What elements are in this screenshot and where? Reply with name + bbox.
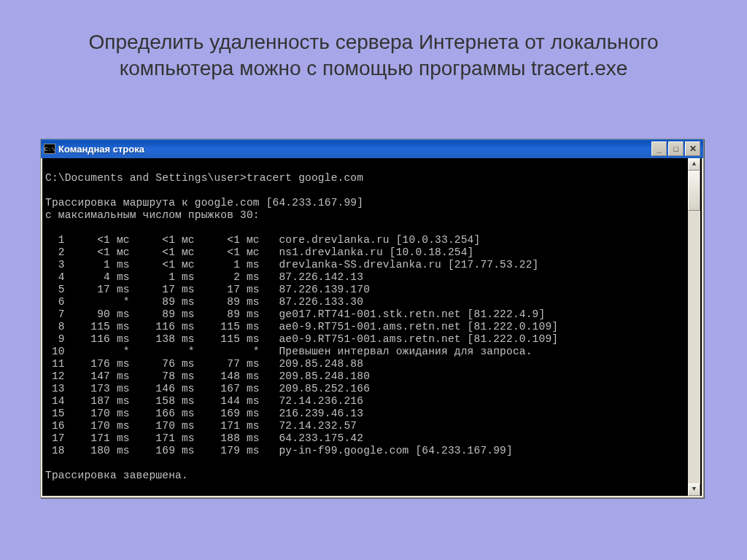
hop-row: 12 147 ms 78 ms 148 ms 209.85.248.180: [45, 370, 688, 383]
scroll-up-button[interactable]: ▲: [688, 158, 700, 171]
trace-header-2: с максимальным числом прыжков 30:: [45, 209, 260, 221]
vertical-scrollbar[interactable]: ▲ ▼: [688, 158, 700, 496]
console-output[interactable]: C:\Documents and Settings\user>tracert g…: [45, 160, 688, 494]
trace-footer: Трассировка завершена.: [45, 470, 188, 481]
hop-row: 8 115 ms 116 ms 115 ms ae0-9.RT751-001.a…: [45, 321, 688, 333]
prompt-line: C:\Documents and Settings\user>tracert g…: [45, 172, 363, 184]
titlebar[interactable]: C:\ Командная строка _ □ ✕: [41, 139, 703, 158]
close-button[interactable]: ✕: [685, 141, 700, 156]
hop-row: 9 116 ms 138 ms 115 ms ae0-9.RT751-001.a…: [45, 333, 688, 346]
minimize-button[interactable]: _: [651, 141, 667, 156]
command-prompt-window: C:\ Командная строка _ □ ✕ C:\Documents …: [40, 139, 704, 498]
hop-row: 15 170 ms 166 ms 169 ms 216.239.46.13: [45, 408, 688, 420]
hop-row: 7 90 ms 89 ms 89 ms ge017.RT741-001.stk.…: [45, 308, 688, 321]
console-area: C:\Documents and Settings\user>tracert g…: [41, 158, 703, 497]
hop-row: 3 1 ms <1 мс 1 ms drevlanka-SS.drevlanka…: [45, 259, 688, 271]
hop-row: 18 180 ms 169 ms 179 ms py-in-f99.google…: [45, 445, 688, 457]
hop-row: 1 <1 мс <1 мс <1 мс core.drevlanka.ru [1…: [45, 234, 688, 246]
window-title: Командная строка: [58, 144, 650, 155]
scroll-thumb[interactable]: [688, 171, 700, 211]
hop-row: 6 * 89 ms 89 ms 87.226.133.30: [45, 296, 688, 308]
scroll-track[interactable]: [688, 171, 700, 483]
hop-row: 17 171 ms 171 ms 188 ms 64.233.175.42: [45, 432, 688, 445]
maximize-button[interactable]: □: [668, 141, 684, 156]
hop-row: 5 17 ms 17 ms 17 ms 87.226.139.170: [45, 284, 688, 296]
scroll-down-button[interactable]: ▼: [688, 483, 700, 496]
hop-row: 11 176 ms 76 ms 77 ms 209.85.248.88: [45, 358, 688, 370]
hop-row: 10 * * * Превышен интервал ожидания для …: [45, 346, 688, 358]
trace-header-1: Трассировка маршрута к google.com [64.23…: [45, 197, 363, 209]
cmd-icon: C:\: [44, 144, 55, 154]
hop-row: 16 170 ms 170 ms 171 ms 72.14.232.57: [45, 420, 688, 432]
hop-row: 13 173 ms 146 ms 167 ms 209.85.252.166: [45, 383, 688, 395]
hop-row: 14 187 ms 158 ms 144 ms 72.14.236.216: [45, 395, 688, 408]
slide-title: Определить удаленность сервера Интернета…: [0, 0, 747, 97]
hop-row: 2 <1 мс <1 мс <1 мс ns1.drevlanka.ru [10…: [45, 246, 688, 259]
hop-row: 4 4 ms 1 ms 2 ms 87.226.142.13: [45, 271, 688, 284]
